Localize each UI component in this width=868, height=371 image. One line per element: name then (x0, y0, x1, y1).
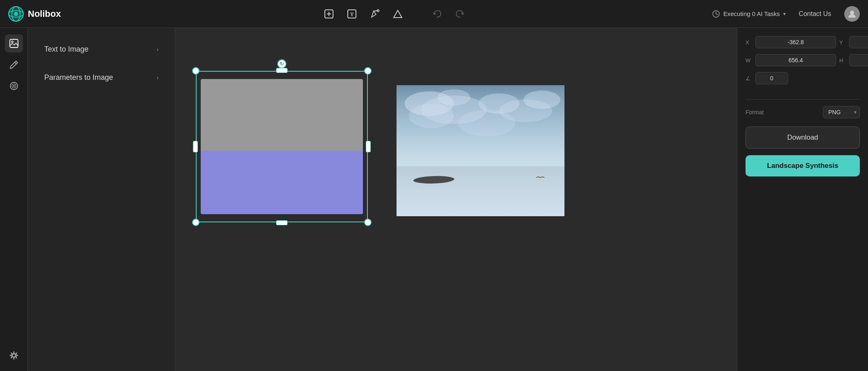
download-button[interactable]: Download (746, 127, 860, 149)
selection-border (196, 71, 368, 222)
handle-top-edge[interactable] (276, 68, 288, 73)
logo-icon (8, 6, 24, 22)
svg-line-15 (716, 14, 718, 15)
task-status-text: Executing 0 AI Tasks (723, 10, 780, 17)
x-label: X (746, 39, 752, 45)
svg-rect-17 (10, 39, 18, 48)
svg-point-18 (11, 41, 13, 43)
clock-icon (712, 10, 720, 18)
task-status[interactable]: Executing 0 AI Tasks ▾ (712, 10, 786, 18)
svg-point-24 (12, 354, 16, 357)
avatar[interactable] (844, 6, 860, 22)
menu-item-text-to-image-chevron: › (156, 46, 159, 53)
icon-sidebar (0, 28, 28, 371)
svg-point-16 (850, 11, 854, 15)
angle-row: ∠ (746, 72, 860, 84)
text-tool-button[interactable]: T (342, 4, 362, 24)
svg-marker-12 (394, 10, 402, 18)
format-select[interactable]: PNG JPG SVG WEBP (823, 106, 860, 118)
photo-water (397, 166, 564, 216)
y-label: Y (839, 39, 846, 45)
svg-text:T: T (350, 11, 354, 17)
selection-box: ↻ (196, 71, 368, 222)
canvas-selected-element[interactable]: ↻ (196, 71, 368, 222)
menu-item-params-to-image-chevron: › (156, 74, 159, 81)
svg-point-22 (13, 85, 15, 87)
main-content: Text to Image › Parameters to Image › ↻ (0, 28, 868, 371)
rotate-handle[interactable]: ↻ (277, 59, 286, 68)
sidebar-icon-image[interactable] (5, 34, 23, 52)
format-select-wrapper[interactable]: PNG JPG SVG WEBP (823, 106, 860, 118)
undo-button[interactable] (427, 4, 447, 24)
divider-1 (746, 99, 860, 100)
handle-left-edge[interactable] (193, 141, 198, 152)
canvas-area[interactable]: ↻ (175, 28, 737, 371)
sidebar-icon-settings[interactable] (5, 346, 23, 364)
handle-top-left[interactable] (192, 67, 199, 75)
handle-right-edge[interactable] (366, 141, 371, 152)
landscape-synthesis-button[interactable]: Landscape Synthesis (746, 155, 860, 176)
topbar-right: Executing 0 AI Tasks ▾ Contact Us (712, 6, 860, 22)
photo-bird (536, 176, 544, 179)
svg-point-4 (14, 12, 18, 16)
menu-item-params-to-image[interactable]: Parameters to Image › (33, 64, 170, 91)
w-input[interactable] (755, 54, 836, 66)
add-tool-button[interactable] (319, 4, 339, 24)
h-label: H (839, 57, 846, 63)
menu-item-text-to-image-label: Text to Image (44, 45, 88, 54)
photo-clouds (397, 87, 564, 166)
right-panel: X Y W H ∠ Format PNG JPG SVG (737, 28, 868, 371)
canvas-content: ↻ (175, 28, 737, 371)
contact-us-button[interactable]: Contact Us (794, 8, 836, 20)
sidebar-icon-brush[interactable] (5, 56, 23, 74)
menu-item-text-to-image[interactable]: Text to Image › (33, 36, 170, 63)
size-row: W H (746, 54, 860, 66)
handle-top-right[interactable] (364, 67, 372, 75)
w-label: W (746, 57, 752, 63)
redo-button[interactable] (450, 4, 470, 24)
topbar: Nolibox T Executing 0 AI Tasks ▾ Contact… (0, 0, 868, 28)
landscape-photo[interactable] (397, 85, 564, 216)
format-label: Format (746, 109, 764, 115)
toolbar: T (77, 4, 712, 24)
position-row: X Y (746, 36, 860, 48)
angle-icon: ∠ (746, 75, 752, 81)
handle-bottom-left[interactable] (192, 219, 199, 226)
y-input[interactable] (849, 36, 868, 48)
h-input[interactable] (849, 54, 868, 66)
triangle-tool-button[interactable] (388, 4, 408, 24)
sidebar-icon-target[interactable] (5, 77, 23, 95)
pen-tool-button[interactable] (365, 4, 385, 24)
logo-area: Nolibox (8, 6, 61, 22)
handle-bottom-edge[interactable] (276, 220, 288, 225)
x-input[interactable] (755, 36, 836, 48)
svg-line-19 (15, 62, 16, 64)
logo-text: Nolibox (28, 9, 61, 19)
task-chevron-icon: ▾ (783, 11, 786, 17)
format-row: Format PNG JPG SVG WEBP (746, 106, 860, 118)
angle-input[interactable] (755, 72, 788, 84)
menu-item-params-to-image-label: Parameters to Image (44, 73, 113, 82)
handle-bottom-right[interactable] (364, 219, 372, 226)
panel-sidebar: Text to Image › Parameters to Image › (28, 28, 175, 371)
